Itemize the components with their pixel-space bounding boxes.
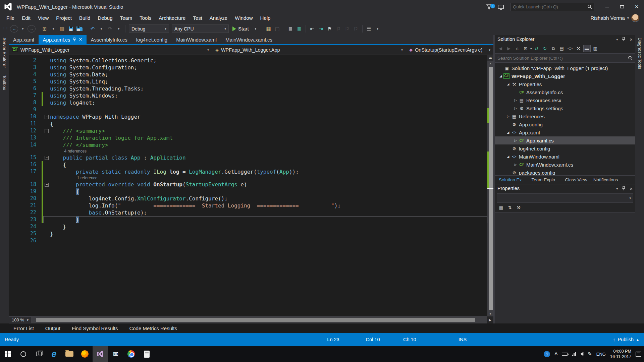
splitter-handle-icon[interactable]: ≑ — [487, 55, 493, 61]
expanded-arrow-icon[interactable]: ◢ — [505, 82, 511, 86]
taskbar-search-icon[interactable] — [15, 346, 31, 362]
code-editor[interactable]: 2using System.Collections.Generic;3using… — [9, 55, 487, 316]
close-icon[interactable]: × — [79, 37, 82, 43]
refresh-icon[interactable]: ↻ — [541, 45, 549, 52]
code-line[interactable]: 4using System.Data; — [9, 71, 487, 78]
code-line[interactable]: 11{ — [9, 120, 487, 127]
expanded-arrow-icon[interactable]: ◢ — [498, 74, 503, 78]
tree-item-settings.settings[interactable]: ▷⚙Settings.settings — [495, 104, 635, 112]
preview-icon[interactable]: ▥ — [592, 45, 599, 52]
show-all-files-icon[interactable]: ▤ — [558, 45, 566, 52]
project-dropdown[interactable]: C# WPFapp_With_Logger ▾ — [9, 45, 212, 55]
code-line[interactable]: 9 — [9, 106, 487, 113]
solution-configurations-combo[interactable]: Debug▾ — [129, 24, 169, 33]
quick-launch-box[interactable] — [511, 3, 594, 11]
editor-vertical-scrollbar[interactable]: ≑ ▲ ▼ — [487, 55, 493, 316]
menu-view[interactable]: View — [34, 14, 52, 22]
menu-debug[interactable]: Debug — [94, 14, 116, 22]
scroll-right-icon[interactable]: ▶ — [487, 318, 493, 322]
minimize-button[interactable]: ─ — [600, 0, 614, 13]
tree-item-resources.resx[interactable]: ▷▤Resources.resx — [495, 96, 635, 104]
scope-icon[interactable]: ⊡ — [522, 45, 529, 52]
dropdown[interactable]: ▾ — [115, 24, 123, 33]
taskbar-start-icon[interactable] — [0, 346, 15, 362]
get-help-icon[interactable]: ? — [544, 351, 550, 357]
taskbar-chrome-icon[interactable] — [123, 346, 139, 362]
toolbar-overflow-icon[interactable]: ▾ — [374, 24, 382, 33]
code-line[interactable]: 25} — [9, 230, 487, 237]
dropdown[interactable]: ▾ — [49, 24, 57, 33]
tree-item-mainwindow.xaml[interactable]: ◢<>MainWindow.xaml — [495, 153, 635, 161]
panel-tab-notifications[interactable]: Notifications — [591, 177, 621, 183]
menu-test[interactable]: Test — [189, 14, 206, 22]
navigate-backward-icon[interactable]: ← — [10, 25, 18, 33]
code-line[interactable]: 22 base.OnStartup(e); — [9, 209, 487, 216]
close-icon[interactable]: × — [630, 37, 633, 42]
collapse-icon[interactable]: − — [45, 129, 49, 133]
panel-tab-solution-ex-[interactable]: Solution Ex... — [496, 177, 528, 183]
menu-build[interactable]: Build — [75, 14, 94, 22]
taskbar-notepad-icon[interactable] — [139, 346, 154, 362]
menu-file[interactable]: File — [3, 14, 18, 22]
menu-edit[interactable]: Edit — [18, 14, 34, 22]
doc-tab-mainwindow.xaml[interactable]: MainWindow.xaml — [172, 35, 221, 44]
publish-button[interactable]: ↑ Publish ▲ — [613, 337, 644, 342]
open-file-icon[interactable]: ▨ — [58, 24, 66, 33]
properties-grid[interactable] — [495, 213, 635, 324]
solution-search-input[interactable] — [497, 56, 628, 61]
type-dropdown[interactable]: ◈ WPFapp_With_Logger.App ▾ — [212, 45, 406, 55]
action-center-icon[interactable] — [636, 352, 641, 357]
scroll-down-icon[interactable]: ▼ — [487, 311, 493, 316]
code-line[interactable]: 17 private static readonly ILog log = Lo… — [9, 168, 487, 175]
menu-team[interactable]: Team — [116, 14, 136, 22]
comment-selection-icon[interactable]: ☰ — [365, 24, 373, 33]
remote-display-icon[interactable] — [498, 5, 504, 9]
code-line[interactable]: 24 } — [9, 223, 487, 230]
bottom-tab-output[interactable]: Output — [45, 325, 60, 331]
indent-decrease-icon[interactable]: ⇤ — [308, 24, 316, 33]
code-line[interactable]: 2using System.Collections.Generic; — [9, 57, 487, 64]
feedback-filter-icon[interactable]: 1 — [486, 4, 492, 9]
doc-tab-mainwindow.xaml.cs[interactable]: MainWindow.xaml.cs — [221, 35, 277, 44]
code-line[interactable]: 6using System.Threading.Tasks; — [9, 85, 487, 92]
volume-icon[interactable] — [580, 352, 583, 356]
taskbar-edge-icon[interactable]: e — [46, 346, 62, 362]
taskbar-mail-icon[interactable]: ✉ — [108, 346, 123, 362]
clear-bookmarks-icon[interactable]: ⚐ — [352, 24, 360, 33]
menu-analyze[interactable]: Analyze — [206, 14, 231, 22]
codelens-references[interactable]: 1 reference — [50, 175, 98, 181]
dropdown[interactable]: ▾ — [530, 47, 532, 50]
code-line[interactable]: 8using log4net; — [9, 99, 487, 106]
dropdown[interactable]: ▾ — [252, 24, 260, 33]
code-line[interactable]: 5using System.Linq; — [9, 78, 487, 85]
code-line[interactable]: 7using System.Windows; — [9, 92, 487, 99]
menu-project[interactable]: Project — [52, 14, 75, 22]
save-all-icon[interactable] — [75, 24, 84, 33]
panel-tab-class-view[interactable]: Class View — [562, 177, 590, 183]
restore-button[interactable] — [614, 0, 629, 13]
doc-tab-app.xaml[interactable]: App.xaml — [9, 35, 39, 44]
close-button[interactable]: × — [629, 0, 644, 13]
history-icon[interactable]: ▢ — [273, 24, 281, 33]
tree-item-mainwindow.xaml.cs[interactable]: ▷C#MainWindow.xaml.cs — [495, 161, 635, 169]
menu-window[interactable]: Window — [231, 14, 256, 22]
tree-item-references[interactable]: ▷▦References — [495, 112, 635, 120]
bottom-tab-find-symbol-results[interactable]: Find Symbol Results — [72, 325, 118, 331]
code-line[interactable]: 10−namespace WPFapp_With_Logger — [9, 113, 487, 120]
code-line[interactable]: 15− public partial class App : Applicati… — [9, 154, 487, 161]
bookmark-icon[interactable]: ⚑ — [326, 24, 334, 33]
next-bookmark-icon[interactable]: ⚐ — [343, 24, 351, 33]
solution-platforms-combo[interactable]: Any CPU▾ — [172, 24, 229, 33]
collapsed-arrow-icon[interactable]: ▷ — [513, 99, 518, 102]
fold-margin[interactable]: − — [43, 181, 50, 188]
doc-tab-app.xaml.cs[interactable]: App.xaml.cs× — [39, 35, 87, 44]
fold-margin[interactable]: − — [43, 154, 50, 161]
quick-launch-input[interactable] — [513, 4, 587, 9]
tool-tab-server-explorer[interactable]: Server Explorer — [2, 38, 7, 68]
code-line[interactable]: 12− /// <summary> — [9, 127, 487, 134]
signed-in-user[interactable]: Rishabh Verma — [590, 15, 625, 21]
tree-item-app.xaml[interactable]: ◢<>App.xaml — [495, 128, 635, 136]
tool-tab-diagnostic-tools[interactable]: Diagnostic Tools — [637, 38, 642, 69]
fold-margin[interactable]: − — [43, 113, 50, 120]
bottom-tab-code-metrics-results[interactable]: Code Metrics Results — [129, 325, 177, 331]
